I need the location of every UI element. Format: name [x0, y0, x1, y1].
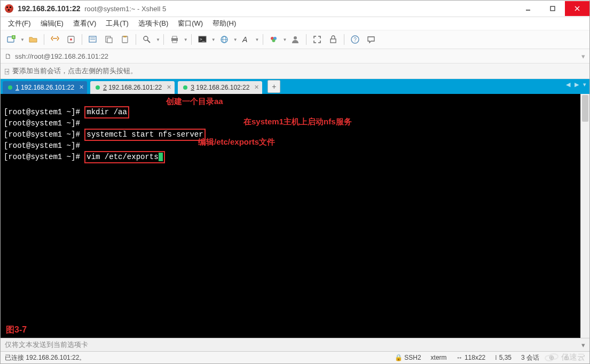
tab-list-icon[interactable]: ▾ — [583, 81, 586, 88]
chevron-down-icon[interactable]: ▼ — [211, 37, 216, 42]
properties-icon[interactable] — [85, 33, 100, 46]
lock-icon[interactable] — [326, 33, 341, 46]
scrollbar-thumb[interactable] — [582, 95, 588, 122]
cmd-vim: vim /etc/exports_ — [84, 151, 165, 163]
print-icon[interactable] — [167, 33, 182, 46]
address-bar: 🗋 ssh://root@192.168.26.101:22 ▾ — [1, 49, 589, 64]
status-connection: 已连接 192.168.26.101:22。 — [5, 353, 85, 362]
annotation-1: 创建一个目录aa — [166, 96, 223, 106]
tab-prev-icon[interactable]: ◀ — [566, 81, 570, 88]
chevron-down-icon[interactable]: ▼ — [184, 37, 188, 42]
svg-point-30 — [272, 39, 275, 42]
svg-point-17 — [144, 36, 148, 41]
paste-icon[interactable] — [117, 33, 132, 46]
svg-text:A: A — [242, 35, 247, 44]
svg-line-18 — [147, 40, 150, 43]
close-tab-icon[interactable]: ✕ — [79, 84, 84, 91]
divider — [191, 34, 192, 45]
svg-rect-16 — [123, 36, 127, 37]
chevron-down-icon[interactable]: ▼ — [233, 37, 238, 42]
terminal[interactable]: [root@system1 ~]# mkdir /aa [root@system… — [1, 94, 589, 338]
bookmark-add-icon[interactable]: ⍈ — [5, 67, 9, 75]
help-icon[interactable]: ? — [348, 33, 363, 46]
tab-label: 2 192.168.26.101:22 — [103, 84, 162, 91]
prompt: [root@system1 ~]# — [4, 108, 80, 116]
globe-icon[interactable] — [217, 33, 232, 46]
svg-rect-21 — [172, 41, 177, 43]
send-bar[interactable]: 仅将文本发送到当前选项卡 ▾ — [1, 338, 589, 352]
terminal-icon[interactable]: >_ — [195, 33, 210, 46]
menu-edit[interactable]: 编辑(E) — [41, 19, 64, 28]
user-icon[interactable] — [288, 33, 303, 46]
menu-tools[interactable]: 工具(T) — [106, 19, 129, 28]
color-scheme-icon[interactable] — [266, 33, 281, 46]
prompt: [root@system1 ~]# — [4, 153, 80, 161]
protocol-icon: 🗋 — [5, 52, 12, 60]
resize-grip-icon[interactable]: ⋰ — [579, 354, 585, 361]
status-sessions: 3 会话 — [521, 353, 539, 362]
fullscreen-icon[interactable] — [310, 33, 325, 46]
titlebar: 192.168.26.101:22 root@system1:~ - Xshel… — [1, 1, 589, 17]
svg-rect-14 — [107, 38, 112, 43]
status-size: ↔ 118x22 — [457, 354, 486, 361]
disconnect-icon[interactable] — [64, 33, 78, 46]
chevron-down-icon[interactable]: ▼ — [283, 37, 287, 42]
session-tab-1[interactable]: 1 192.168.26.101:22 ✕ — [3, 81, 87, 94]
minimize-button[interactable] — [516, 1, 540, 16]
menu-tabs[interactable]: 选项卡(B) — [138, 19, 168, 28]
session-tab-3[interactable]: 3 192.168.26.102:22 ✕ — [178, 81, 262, 94]
tab-label: 1 192.168.26.101:22 — [15, 84, 74, 91]
tab-next-icon[interactable]: ▶ — [575, 81, 579, 88]
maximize-button[interactable] — [540, 1, 565, 16]
new-session-icon[interactable]: + — [4, 33, 19, 46]
divider — [163, 34, 164, 45]
open-folder-icon[interactable] — [26, 33, 41, 46]
reconnect-icon[interactable] — [48, 33, 62, 46]
tab-bar: 1 192.168.26.101:22 ✕ 2 192.168.26.101:2… — [1, 79, 589, 94]
status-dot-icon — [8, 85, 12, 90]
status-dot-icon — [183, 85, 187, 90]
close-button[interactable] — [565, 1, 589, 16]
divider — [44, 34, 44, 45]
chevron-down-icon[interactable]: ▼ — [255, 37, 259, 42]
session-tab-2[interactable]: 2 192.168.26.101:22 ✕ — [90, 81, 175, 94]
annotation-3: 编辑/etc/exports文件 — [198, 137, 275, 147]
add-tab-button[interactable]: + — [268, 80, 280, 93]
chat-icon[interactable] — [364, 33, 379, 46]
svg-text:>_: >_ — [200, 37, 205, 42]
hint-bar: ⍈ 要添加当前会话，点击左侧的箭头按钮。 — [1, 64, 589, 79]
prompt: [root@system1 ~]# — [4, 119, 80, 128]
scrollbar-vertical[interactable] — [580, 94, 589, 338]
close-tab-icon[interactable]: ✕ — [167, 84, 171, 91]
status-proto: 🔒 SSH2 — [395, 354, 421, 361]
figure-label: 图3-7 — [6, 325, 27, 335]
menubar: 文件(F) 编辑(E) 查看(V) 工具(T) 选项卡(B) 窗口(W) 帮助(… — [1, 17, 589, 30]
cmd-mkdir: mkdir /aa — [84, 106, 129, 118]
svg-rect-20 — [172, 36, 177, 38]
find-icon[interactable] — [139, 33, 154, 46]
svg-rect-1 — [550, 6, 555, 11]
svg-text:+: + — [12, 35, 15, 39]
chevron-down-icon[interactable]: ▼ — [20, 37, 25, 42]
menu-view[interactable]: 查看(V) — [73, 19, 96, 28]
address-url[interactable]: ssh://root@192.168.26.101:22 — [15, 52, 578, 60]
prompt: [root@system1 ~]# — [4, 130, 80, 139]
menu-help[interactable]: 帮助(H) — [213, 19, 236, 28]
title-ip: 192.168.26.101:22 — [18, 4, 81, 13]
copy-icon[interactable] — [101, 33, 116, 46]
toolbar: + ▼ ▼ ▼ >_ ▼ ▼ A ▼ ▼ ? — [1, 30, 589, 49]
cmd-systemctl: systemctl start nfs-server — [84, 129, 205, 141]
num-icon: ⊕ — [564, 354, 569, 361]
svg-point-31 — [294, 36, 297, 39]
chevron-down-icon[interactable]: ▼ — [156, 37, 160, 42]
menu-file[interactable]: 文件(F) — [8, 19, 31, 28]
caps-icon: ⊕ — [549, 354, 554, 361]
status-pos: ⁞ 5,35 — [495, 354, 512, 361]
menu-window[interactable]: 窗口(W) — [178, 19, 203, 28]
chevron-down-icon[interactable]: ▾ — [581, 341, 585, 349]
close-tab-icon[interactable]: ✕ — [254, 84, 259, 91]
svg-rect-32 — [331, 39, 336, 43]
chevron-down-icon[interactable]: ▾ — [581, 52, 585, 60]
annotation-2: 在system1主机上启动nfs服务 — [243, 116, 352, 126]
font-icon[interactable]: A — [239, 33, 254, 46]
